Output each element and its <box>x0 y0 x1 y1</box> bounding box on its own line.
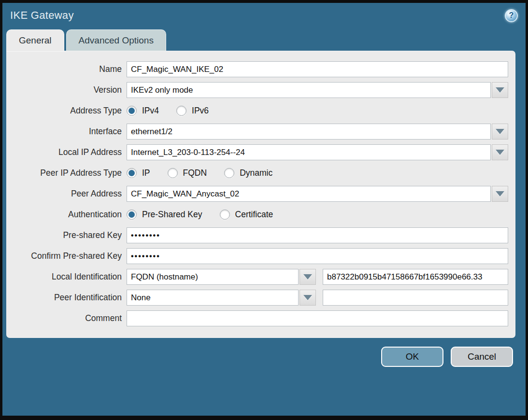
chevron-down-icon <box>496 191 504 196</box>
local-ip-address-dropdown-button[interactable] <box>492 144 508 160</box>
local-ip-address-label: Local IP Address <box>14 147 127 157</box>
ike-gateway-dialog: IKE Gateway ? General Advanced Options N… <box>0 0 528 420</box>
peer-identification-dropdown-button[interactable] <box>300 290 316 306</box>
interface-row: Interface <box>14 124 508 140</box>
confirm-pre-shared-key-input[interactable] <box>127 248 508 264</box>
radio-ip-label: IP <box>142 168 150 178</box>
peer-identification-type-input[interactable] <box>127 290 299 306</box>
interface-input[interactable] <box>127 124 491 140</box>
radio-certificate-label: Certificate <box>235 210 273 220</box>
comment-input[interactable] <box>127 310 508 326</box>
confirm-pre-shared-key-label: Confirm Pre-shared Key <box>14 251 127 261</box>
general-tab-panel: Name Version Address Type IPv4 IPv6 <box>7 51 515 337</box>
comment-label: Comment <box>14 313 127 323</box>
version-label: Version <box>14 85 127 95</box>
peer-address-row: Peer Address <box>14 186 508 202</box>
comment-row: Comment <box>14 310 508 326</box>
name-label: Name <box>14 64 127 74</box>
radio-ipv4-circle[interactable] <box>127 106 137 116</box>
peer-address-dropdown-button[interactable] <box>492 186 508 202</box>
radio-ip-circle[interactable] <box>127 168 137 178</box>
address-type-row: Address Type IPv4 IPv6 <box>14 103 508 119</box>
radio-ipv6[interactable]: IPv6 <box>176 106 209 116</box>
pre-shared-key-label: Pre-shared Key <box>14 230 127 240</box>
dialog-footer: OK Cancel <box>2 337 526 367</box>
dialog-title: IKE Gateway <box>10 9 74 22</box>
radio-fqdn-label: FQDN <box>183 168 207 178</box>
version-dropdown-button[interactable] <box>492 82 508 98</box>
radio-ipv4-label: IPv4 <box>142 106 159 116</box>
local-identification-type-input[interactable] <box>127 269 299 285</box>
peer-address-input[interactable] <box>127 186 491 202</box>
tab-bar: General Advanced Options <box>7 28 526 51</box>
chevron-down-icon <box>303 274 312 280</box>
radio-ipv4[interactable]: IPv4 <box>127 106 159 116</box>
radio-fqdn-circle[interactable] <box>168 168 178 178</box>
local-identification-row: Local Identification <box>14 269 508 285</box>
radio-pre-shared-key-circle[interactable] <box>127 210 137 220</box>
radio-dynamic-label: Dynamic <box>240 168 272 178</box>
authentication-row: Authentication Pre-Shared Key Certificat… <box>14 207 508 223</box>
tab-advanced-options[interactable]: Advanced Options <box>67 30 166 51</box>
chevron-down-icon <box>303 295 312 300</box>
chevron-down-icon <box>496 129 504 134</box>
version-input[interactable] <box>127 82 491 98</box>
chevron-down-icon <box>496 150 504 155</box>
radio-pre-shared-key-label: Pre-Shared Key <box>142 210 202 220</box>
version-row: Version <box>14 82 508 98</box>
help-icon[interactable]: ? <box>505 9 518 22</box>
title-bar: IKE Gateway ? <box>2 3 526 28</box>
local-identification-dropdown-button[interactable] <box>300 269 316 285</box>
peer-ip-address-type-row: Peer IP Address Type IP FQDN Dynamic <box>14 165 508 181</box>
interface-label: Interface <box>14 126 127 137</box>
confirm-pre-shared-key-row: Confirm Pre-shared Key <box>14 248 508 264</box>
address-type-label: Address Type <box>14 106 127 116</box>
tab-general[interactable]: General <box>7 30 64 51</box>
cancel-button[interactable]: Cancel <box>451 347 513 367</box>
radio-dynamic[interactable]: Dynamic <box>224 168 272 178</box>
radio-ipv6-label: IPv6 <box>192 106 209 116</box>
radio-certificate[interactable]: Certificate <box>220 210 273 220</box>
local-ip-address-input[interactable] <box>127 144 491 160</box>
local-identification-label: Local Identification <box>14 272 127 282</box>
chevron-down-icon <box>496 87 504 93</box>
pre-shared-key-row: Pre-shared Key <box>14 227 508 243</box>
peer-identification-label: Peer Identification <box>14 293 127 303</box>
local-identification-value-input[interactable] <box>323 269 508 285</box>
interface-dropdown-button[interactable] <box>492 124 508 140</box>
name-input[interactable] <box>127 61 508 77</box>
radio-ipv6-circle[interactable] <box>176 106 186 116</box>
name-row: Name <box>14 61 508 77</box>
local-ip-address-row: Local IP Address <box>14 144 508 160</box>
peer-identification-value-input[interactable] <box>323 290 508 306</box>
radio-certificate-circle[interactable] <box>220 210 230 220</box>
peer-identification-row: Peer Identification <box>14 290 508 306</box>
radio-fqdn[interactable]: FQDN <box>168 168 207 178</box>
radio-ip[interactable]: IP <box>127 168 150 178</box>
authentication-label: Authentication <box>14 210 127 220</box>
radio-dynamic-circle[interactable] <box>224 168 234 178</box>
peer-ip-address-type-label: Peer IP Address Type <box>14 168 127 178</box>
pre-shared-key-input[interactable] <box>127 227 508 243</box>
peer-address-label: Peer Address <box>14 189 127 199</box>
ok-button[interactable]: OK <box>381 347 443 367</box>
radio-pre-shared-key[interactable]: Pre-Shared Key <box>127 210 202 220</box>
